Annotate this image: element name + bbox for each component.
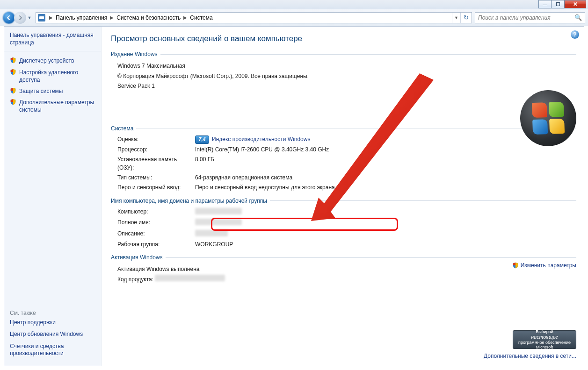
sidebar-link-label: Диспетчер устройств [19,57,74,64]
content-pane: ? Просмотр основных сведений о вашем ком… [102,27,584,366]
sidebar-home-link[interactable]: Панель управления - домашняя страница [10,31,97,46]
sidebar: Панель управления - домашняя страница Ди… [4,27,102,366]
breadcrumb-sep-icon: ▶ [47,15,55,20]
help-icon[interactable]: ? [571,30,579,39]
search-box[interactable]: 🔍 [475,12,585,23]
address-bar[interactable]: ▶ Панель управления ▶ Система и безопасн… [36,12,472,23]
breadcrumb-sep-icon: ▶ [181,15,189,20]
sidebar-link-device-manager[interactable]: Диспетчер устройств [10,57,97,64]
change-settings-link[interactable]: Изменить параметры [512,262,576,270]
group-header-system: Система [111,125,133,132]
window-close-button[interactable]: ✕ [565,0,586,8]
value-system-type: 64-разрядная операционная система [195,174,292,182]
label-rating: Оценка: [117,135,195,143]
sidebar-link-remote-settings[interactable]: Настройка удаленного доступа [10,69,97,84]
breadcrumb-sep-icon: ▶ [108,15,116,20]
group-header-name: Имя компьютера, имя домена и параметры р… [111,198,267,204]
copyright-text: © Корпорация Майкрософт (Microsoft Corp.… [117,71,576,82]
sidebar-separator [4,51,101,51]
value-cpu: Intel(R) Core(TM) i7-2600 CPU @ 3.40GHz … [195,146,329,154]
page-title: Просмотр основных сведений о вашем компь… [111,34,576,43]
label-product-id: Код продукта: [117,276,153,283]
label-workgroup: Рабочая группа: [117,241,195,249]
label-description: Описание: [117,230,195,238]
value-product-id-blurred [155,275,225,281]
window-maximize-button[interactable] [552,0,565,8]
breadcrumb-control-panel[interactable]: Панель управления [55,14,108,21]
group-header-activation: Активация Windows [111,254,163,261]
service-pack: Service Pack 1 [117,81,576,92]
group-header-edition: Издание Windows [111,51,158,57]
sidebar-link-label: Настройка удаленного доступа [19,69,97,84]
nav-forward-button[interactable] [14,12,26,24]
nav-history-dropdown[interactable]: ▼ [26,12,33,24]
value-fullname-blurred [195,219,242,225]
sidebar-link-advanced-settings[interactable]: Дополнительные параметры системы [10,99,97,114]
label-system-type: Тип системы: [117,174,195,182]
value-ram: 8,00 ГБ [195,156,214,164]
value-pen-touch: Перо и сенсорный ввод недоступны для это… [195,184,335,192]
rating-badge: 7,4 [195,135,209,144]
perf-index-link[interactable]: Индекс производительности Windows [212,136,310,142]
shield-icon [512,262,519,269]
see-also-perf-tools[interactable]: Счетчики и средства производительности [10,343,97,357]
shield-icon [10,57,16,64]
change-settings-label: Изменить параметры [521,262,576,270]
label-fullname: Полное имя: [117,219,195,227]
shield-icon [10,99,16,105]
nav-back-button[interactable] [3,12,15,24]
genuine-microsoft-badge[interactable]: Выбирай настоящее программное обеспечени… [513,330,576,349]
value-computer-blurred [195,208,242,214]
windows-edition: Windows 7 Максимальная [117,61,576,71]
label-cpu: Процессор: [117,146,195,154]
see-also-windows-update[interactable]: Центр обновления Windows [10,331,97,338]
sidebar-link-system-protection[interactable]: Защита системы [10,87,97,95]
sidebar-link-label: Дополнительные параметры системы [19,99,97,114]
breadcrumb-system[interactable]: Система [189,14,213,21]
label-computer: Компьютер: [117,208,195,216]
control-panel-icon [38,14,45,21]
shield-icon [10,87,16,94]
more-info-online-link[interactable]: Дополнительные сведения в сети... [484,353,576,359]
activation-status: Активация Windows выполнена [117,264,576,275]
window-titlebar: — ✕ [0,0,588,9]
window-minimize-button[interactable]: — [538,0,552,8]
value-workgroup: WORKGROUP [195,241,233,249]
search-icon[interactable]: 🔍 [574,14,582,21]
see-also-action-center[interactable]: Центр поддержки [10,319,97,327]
refresh-button[interactable]: ↻ [460,13,472,23]
label-ram: Установленная память (ОЗУ): [117,156,195,172]
label-pen-touch: Перо и сенсорный ввод: [117,184,195,192]
sidebar-link-label: Защита системы [19,87,63,95]
navigation-bar: ▼ ▶ Панель управления ▶ Система и безопа… [0,9,588,26]
value-description-blurred [195,230,228,236]
breadcrumb-system-security[interactable]: Система и безопасность [116,14,181,21]
search-input[interactable] [478,14,574,21]
address-dropdown-button[interactable]: ▼ [452,13,460,23]
see-also-header: См. также [10,310,97,316]
shield-icon [10,69,16,75]
